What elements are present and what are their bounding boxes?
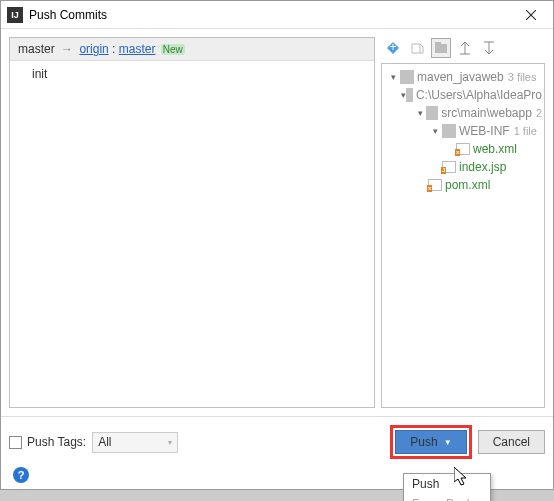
local-branch: master (18, 42, 55, 56)
group-by-directory-icon[interactable] (431, 38, 451, 58)
tree-file-indexjsp[interactable]: J index.jsp (384, 158, 542, 176)
folder-icon (442, 124, 456, 138)
tree-webapp[interactable]: ▾ src\main\webapp 2 (384, 104, 542, 122)
branch-row[interactable]: master → origin : master New (10, 38, 374, 61)
close-button[interactable] (515, 3, 547, 27)
file-tree[interactable]: ▾ maven_javaweb 3 files ▾ C:\Users\Alpha… (381, 63, 545, 408)
chevron-down-icon[interactable]: ▾ (414, 108, 426, 118)
cancel-button[interactable]: Cancel (478, 430, 545, 454)
tree-webinf[interactable]: ▾ WEB-INF 1 file (384, 122, 542, 140)
cancel-button-label: Cancel (493, 435, 530, 449)
titlebar: IJ Push Commits (1, 1, 553, 29)
chevron-down-icon: ▼ (444, 438, 452, 447)
remote-branch-link[interactable]: master (119, 42, 156, 56)
push-dropdown: Push Force Push (403, 473, 491, 501)
dropdown-force-push: Force Push (404, 494, 490, 501)
collapse-all-icon[interactable] (479, 38, 499, 58)
tree-webinf-hint: 1 file (514, 125, 537, 137)
app-icon: IJ (7, 7, 23, 23)
file-icon: x (428, 179, 442, 191)
help-icon[interactable]: ? (13, 467, 29, 483)
right-side: + ▾ maven_javaweb 3 files ▾ C:\Users\Alp… (381, 37, 545, 408)
folder-icon (426, 106, 438, 120)
push-button[interactable]: Push ▼ (395, 430, 466, 454)
tree-file-pomxml[interactable]: x pom.xml (384, 176, 542, 194)
push-tags-combo[interactable]: All ▾ (92, 432, 178, 453)
file-label: web.xml (473, 142, 517, 156)
window-title: Push Commits (29, 8, 515, 22)
content-area: master → origin : master New init + (1, 29, 553, 416)
revert-icon[interactable] (407, 38, 427, 58)
file-icon: J (442, 161, 456, 173)
tree-root[interactable]: ▾ maven_javaweb 3 files (384, 68, 542, 86)
folder-icon (406, 88, 412, 102)
commits-panel: master → origin : master New init (9, 37, 375, 408)
file-label: pom.xml (445, 178, 490, 192)
remote-link[interactable]: origin (79, 42, 108, 56)
svg-text:+: + (389, 41, 396, 54)
push-button-label: Push (410, 435, 437, 449)
push-tags-checkbox[interactable] (9, 436, 22, 449)
tree-path[interactable]: ▾ C:\Users\Alpha\IdeaPro (384, 86, 542, 104)
folder-icon (400, 70, 414, 84)
chevron-down-icon[interactable]: ▾ (386, 72, 400, 82)
push-tags-label: Push Tags: (27, 435, 86, 449)
highlight-box: Push ▼ (390, 425, 471, 459)
arrow-icon: → (61, 42, 73, 56)
expand-all-icon[interactable] (455, 38, 475, 58)
tree-webinf-label: WEB-INF (459, 124, 510, 138)
combo-value: All (98, 435, 111, 449)
dropdown-push[interactable]: Push (404, 474, 490, 494)
tree-path-label: C:\Users\Alpha\IdeaPro (416, 88, 542, 102)
tree-toolbar: + (381, 37, 545, 59)
commits-list: init (10, 61, 374, 407)
svg-rect-5 (435, 42, 441, 45)
tree-root-hint: 3 files (508, 71, 537, 83)
button-area: Push ▼ Cancel (390, 425, 545, 459)
file-label: index.jsp (459, 160, 506, 174)
chevron-down-icon[interactable]: ▾ (428, 126, 442, 136)
tree-webapp-hint: 2 (536, 107, 542, 119)
push-commits-dialog: IJ Push Commits master → origin : master… (0, 0, 554, 490)
colon: : (112, 42, 119, 56)
bottom-bar: Push Tags: All ▾ Push ▼ Cancel (1, 416, 553, 467)
tree-root-label: maven_javaweb (417, 70, 504, 84)
show-diff-icon[interactable]: + (383, 38, 403, 58)
file-icon: x (456, 143, 470, 155)
tree-webapp-label: src\main\webapp (441, 106, 532, 120)
commit-item[interactable]: init (10, 65, 374, 83)
svg-rect-4 (435, 44, 447, 53)
new-badge: New (161, 44, 185, 55)
chevron-down-icon: ▾ (168, 438, 172, 447)
tree-file-webxml[interactable]: x web.xml (384, 140, 542, 158)
